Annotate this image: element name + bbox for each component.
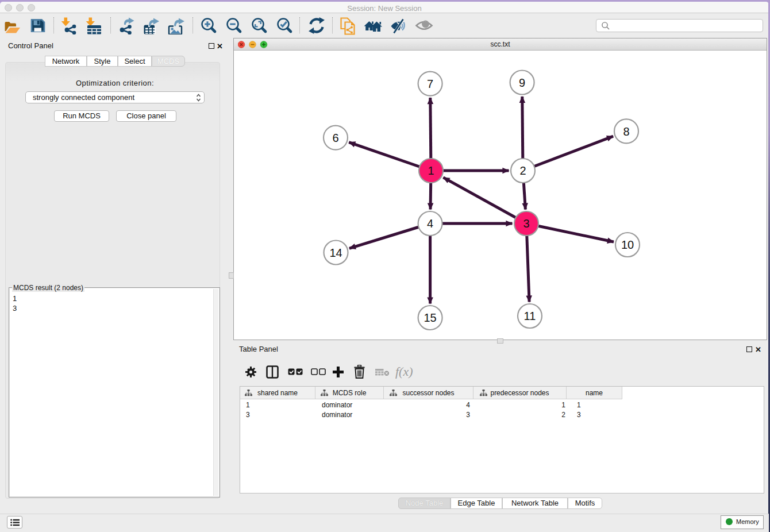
svg-text:3: 3 [523,217,529,230]
svg-text:4: 4 [427,217,433,230]
svg-text:6: 6 [332,132,338,144]
svg-text:15: 15 [424,311,436,324]
svg-text:10: 10 [621,238,634,251]
svg-text:11: 11 [524,310,536,322]
svg-text:2: 2 [519,164,526,177]
svg-text:7: 7 [427,78,433,90]
svg-text:9: 9 [519,76,525,89]
svg-text:1: 1 [428,164,434,177]
svg-text:8: 8 [623,125,629,138]
svg-text:14: 14 [329,246,342,259]
